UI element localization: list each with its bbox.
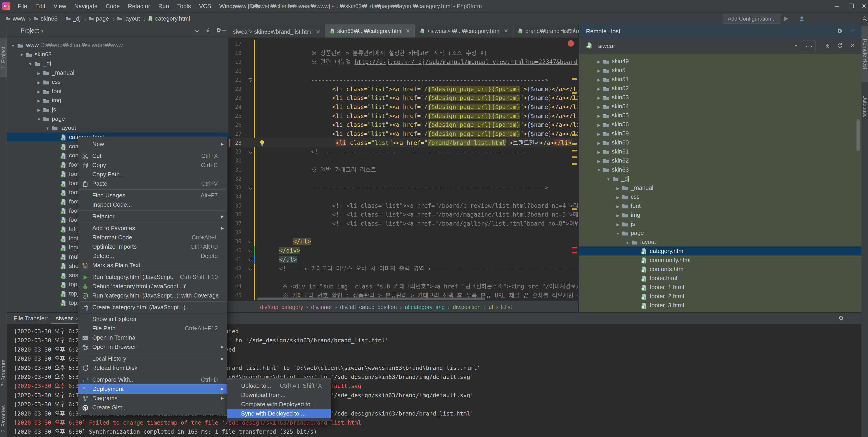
tree-expand-arrow[interactable]: ▼ bbox=[44, 124, 51, 133]
remote-tree-item-img[interactable]: ▶img bbox=[579, 210, 862, 219]
code-line-39[interactable]: 39 </ul> bbox=[228, 237, 578, 246]
stripe-warning-mark[interactable] bbox=[572, 209, 577, 210]
code-breadcrumb-div.position[interactable]: div.position bbox=[453, 304, 480, 310]
code-line-40[interactable]: 40 </div> bbox=[228, 246, 578, 255]
fold-marker-icon[interactable] bbox=[248, 77, 253, 83]
code-line-33[interactable]: 33 -------------------------------------… bbox=[228, 183, 578, 192]
tree-expand-arrow[interactable]: ▶ bbox=[595, 103, 603, 112]
tree-expand-arrow[interactable]: ▶ bbox=[35, 97, 43, 105]
menu-view[interactable]: View bbox=[50, 0, 70, 12]
menu-item-copy-path[interactable]: Copy Path... bbox=[78, 170, 227, 179]
remote-tree-item-skin49[interactable]: ▶skin49 bbox=[579, 57, 862, 66]
tree-expand-arrow[interactable]: ▶ bbox=[595, 94, 603, 103]
close-tab-icon[interactable]: ✕ bbox=[316, 29, 320, 35]
project-tree-item-_manual[interactable]: ▶_manual bbox=[7, 68, 229, 77]
search-icon[interactable] bbox=[862, 16, 868, 21]
remote-tree-item-skin53[interactable]: ▶skin53 bbox=[579, 93, 862, 102]
remote-tree-item-skin52[interactable]: ▶skin52 bbox=[579, 84, 862, 93]
tree-expand-arrow[interactable]: ▼ bbox=[18, 51, 26, 60]
tree-expand-arrow[interactable]: ▼ bbox=[9, 41, 17, 51]
remote-tree-item-_manual[interactable]: ▶_manual bbox=[579, 183, 862, 192]
minimize-window-icon[interactable]: ─ bbox=[831, 0, 843, 12]
fold-marker-icon[interactable] bbox=[248, 149, 253, 154]
inspection-status-icon[interactable] bbox=[568, 40, 574, 46]
stripe-warning-mark[interactable] bbox=[572, 143, 577, 145]
close-window-icon[interactable]: ✕ bbox=[858, 0, 868, 12]
menu-refactor[interactable]: Refactor bbox=[124, 0, 154, 12]
menu-item-mark-as-plain-text[interactable]: Mark as Plain Text bbox=[78, 261, 227, 270]
remote-tree-item-skin5[interactable]: ▶skin5 bbox=[579, 66, 862, 74]
code-line-20[interactable]: 20 bbox=[228, 66, 578, 75]
locate-file-icon[interactable] bbox=[194, 28, 200, 33]
remote-tree-item-footer_2.html[interactable]: Hfooter_2.html bbox=[579, 292, 862, 301]
breadcrumb-item-www[interactable]: www bbox=[5, 13, 25, 24]
code-line-21[interactable]: 21 -------------------------------------… bbox=[228, 75, 578, 85]
close-icon[interactable] bbox=[850, 43, 855, 49]
remote-tree-item-skin60[interactable]: ▶skin60 bbox=[579, 138, 862, 147]
code-line-37[interactable]: 37 <!--<li class="list"><a href="/board/… bbox=[228, 219, 578, 228]
code-line-43[interactable]: 43 bbox=[228, 273, 578, 282]
menu-item-optimize-imports[interactable]: Optimize ImportsCtrl+Alt+O bbox=[78, 242, 227, 251]
fold-marker-icon[interactable] bbox=[248, 185, 253, 190]
tree-expand-arrow[interactable]: ▶ bbox=[595, 75, 603, 85]
hide-panel-icon[interactable] bbox=[851, 315, 857, 321]
fold-marker-icon[interactable] bbox=[248, 266, 253, 271]
breadcrumb-item-_dj[interactable]: _dj bbox=[66, 13, 81, 24]
menu-code[interactable]: Code bbox=[101, 0, 124, 12]
stripe-warning-mark[interactable] bbox=[572, 92, 577, 94]
code-line-36[interactable]: 36 <!--<li class="list"><a href="/board/… bbox=[228, 210, 578, 219]
more-actions-button[interactable]: ... bbox=[803, 40, 816, 52]
code-breadcrumb-div.inner[interactable]: div.inner bbox=[311, 304, 332, 310]
remote-scrollbar[interactable] bbox=[857, 119, 860, 151]
menu-item-compare-with[interactable]: Compare With...Ctrl+D bbox=[78, 375, 227, 384]
menu-item-reformat-code[interactable]: Reformat CodeCtrl+Alt+L bbox=[78, 233, 227, 242]
tree-expand-arrow[interactable]: ▼ bbox=[35, 115, 43, 124]
code-line-25[interactable]: 25 <li class="list"><a href="/{$design_p… bbox=[228, 112, 578, 121]
menu-item-run-category-html-javascript[interactable]: Run 'category.html (JavaScript...)'Ctrl+… bbox=[78, 273, 227, 282]
code-line-22[interactable]: 22 <li class="list"><a href="/{$design_p… bbox=[228, 85, 578, 94]
tree-expand-arrow[interactable]: ▶ bbox=[35, 88, 43, 97]
code-line-31[interactable]: 31 ※ 일반 카테고리 리스트 bbox=[228, 165, 578, 174]
tool-window-button-database[interactable]: Database bbox=[862, 82, 868, 131]
menu-navigate[interactable]: Navigate bbox=[70, 0, 102, 12]
code-breadcrumb-div#top_category[interactable]: div#top_category bbox=[260, 304, 303, 310]
tree-expand-arrow[interactable]: ▼ bbox=[595, 166, 603, 175]
hide-panel-icon[interactable] bbox=[221, 28, 227, 33]
code-line-38[interactable]: 38 bbox=[228, 228, 578, 237]
project-tree-item-css[interactable]: ▶css bbox=[7, 77, 229, 86]
menu-item-run-category-html-javascript-with-coverage[interactable]: Run 'category.html (JavaScript...)' with… bbox=[78, 291, 227, 300]
stripe-warning-mark[interactable] bbox=[572, 134, 577, 136]
close-tab-icon[interactable]: ✕ bbox=[406, 28, 410, 34]
gear-icon[interactable] bbox=[838, 315, 844, 321]
code-line-44[interactable]: 44 ※ <div id="sub_img" class="sub_카테고리번호… bbox=[228, 282, 578, 291]
menu-item-debug-category-html-javascript[interactable]: Debug 'category.html (JavaScript...)' bbox=[78, 282, 227, 291]
hide-panel-icon[interactable] bbox=[850, 28, 855, 34]
stripe-warning-mark[interactable] bbox=[572, 163, 577, 165]
code-line-30[interactable]: 30 bbox=[228, 156, 578, 165]
tree-expand-arrow[interactable]: ▶ bbox=[614, 220, 622, 229]
menu-item-deployment[interactable]: Deployment▶ bbox=[78, 384, 227, 394]
menu-run[interactable]: Run bbox=[154, 0, 173, 12]
code-line-24[interactable]: 24 <li class="list"><a href="/{$design_p… bbox=[228, 102, 578, 112]
menu-item-compare-with-deployed-to[interactable]: Compare with Deployed to ... bbox=[227, 400, 331, 409]
menu-edit[interactable]: Edit bbox=[31, 0, 50, 12]
tree-expand-arrow[interactable]: ▶ bbox=[595, 112, 603, 121]
code-breadcrumb-div.left_cate.c_position[interactable]: div.left_cate.c_position bbox=[340, 304, 397, 310]
remote-tree-item-category.html[interactable]: Hcategory.html bbox=[579, 246, 862, 255]
remote-tree-item-skin63[interactable]: ▼skin63 bbox=[579, 165, 862, 174]
remote-tree-item-page[interactable]: ▼page bbox=[579, 228, 862, 238]
breadcrumb-item-page[interactable]: page bbox=[89, 13, 109, 24]
code-breadcrumb-ul[interactable]: ul bbox=[489, 304, 493, 310]
project-tree-item-layout[interactable]: ▼layout bbox=[7, 123, 229, 132]
menu-item-file-path[interactable]: File PathCtrl+Alt+F12 bbox=[78, 324, 227, 333]
stripe-warning-mark[interactable] bbox=[572, 156, 577, 158]
menu-item-add-to-favorites[interactable]: Add to Favorites▶ bbox=[78, 224, 227, 233]
menu-item-open-in-terminal[interactable]: Open in Terminal bbox=[78, 333, 227, 342]
run-icon[interactable] bbox=[782, 15, 789, 22]
remote-tree-item-skin62[interactable]: ▶skin62 bbox=[579, 156, 862, 165]
tree-expand-arrow[interactable]: ▶ bbox=[614, 184, 622, 193]
code-breadcrumb-ul.category_img[interactable]: ul.category_img bbox=[405, 304, 445, 310]
tree-expand-arrow[interactable]: ▶ bbox=[614, 211, 622, 220]
menu-item-open-in-browser[interactable]: Open in Browser▶ bbox=[78, 342, 227, 351]
breadcrumb-item-layout[interactable]: layout bbox=[117, 13, 140, 24]
